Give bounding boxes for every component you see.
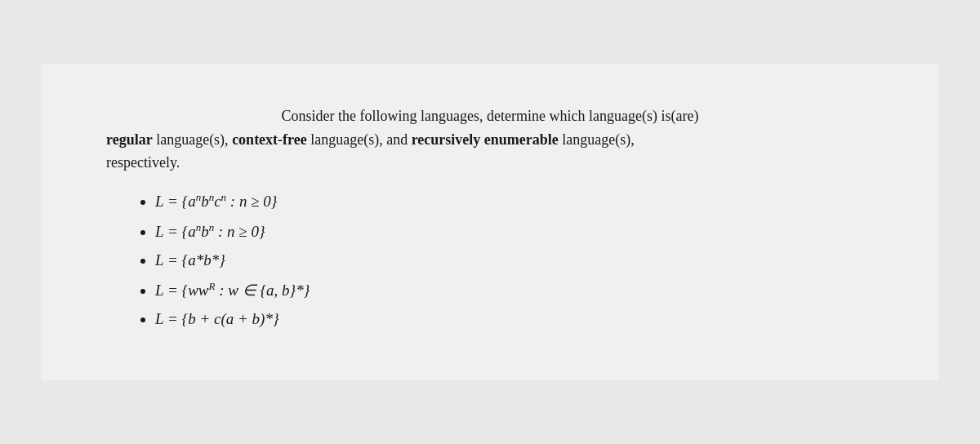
intro-block: Consider the following languages, determ… — [106, 104, 874, 175]
list-item: L = {b + c(a + b)*} — [155, 311, 874, 326]
intro-line2: regular language(s), context-free langua… — [106, 128, 874, 152]
lang1: L = {anbncn : n ≥ 0} — [155, 193, 277, 210]
intro-text-line1: Consider the following languages, determ… — [282, 108, 699, 124]
list-item: L = {anbncn : n ≥ 0} — [155, 191, 874, 208]
lang4: L = {wwR : w ∈ {a, b}*} — [155, 282, 310, 299]
list-item: L = {anbn : n ≥ 0} — [155, 222, 874, 239]
intro-text-cf-suffix: language(s), and — [310, 131, 411, 148]
regular-label: regular — [106, 131, 153, 148]
lang3: L = {a*b*} — [155, 251, 225, 269]
list-item: L = {wwR : w ∈ {a, b}*} — [155, 281, 874, 298]
intro-text-re-suffix: language(s), — [562, 131, 634, 148]
list-item: L = {a*b*} — [155, 252, 874, 268]
main-content: Consider the following languages, determ… — [41, 64, 939, 380]
respectively-line: respectively. — [106, 151, 874, 175]
lang5: L = {b + c(a + b)*} — [155, 310, 279, 327]
intro-line1: Consider the following languages, determ… — [106, 104, 874, 128]
language-list: L = {anbncn : n ≥ 0} L = {anbn : n ≥ 0} … — [155, 191, 874, 326]
context-free-label: context-free — [232, 131, 307, 148]
lang2: L = {anbn : n ≥ 0} — [155, 223, 265, 240]
respectively-text: respectively. — [106, 154, 180, 171]
intro-text-regular-suffix: language(s), — [156, 131, 232, 148]
language-list-block: L = {anbncn : n ≥ 0} L = {anbn : n ≥ 0} … — [106, 191, 874, 326]
re-label: recursively enumerable — [412, 131, 559, 148]
